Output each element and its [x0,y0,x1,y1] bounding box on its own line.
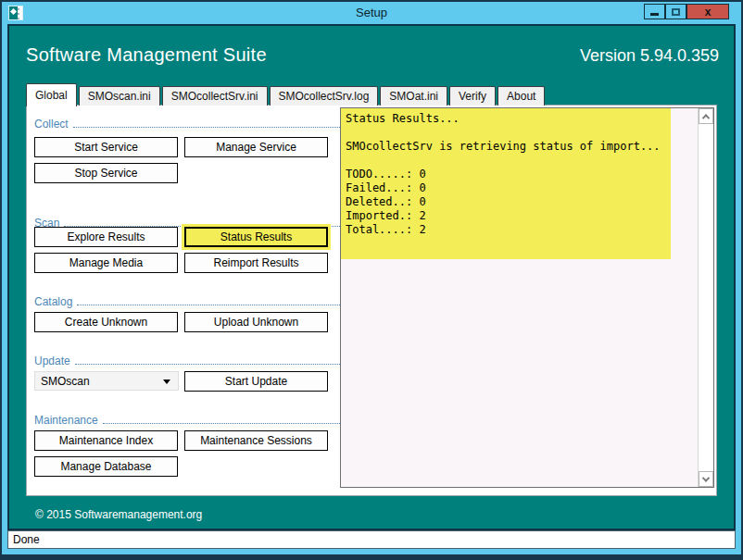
client-area: Software Management Suite Version 5.94.0… [7,24,736,530]
start-service-button[interactable]: Start Service [34,137,178,157]
maintenance-index-button[interactable]: Maintenance Index [34,430,178,451]
reimport-results-button[interactable]: Reimport Results [184,253,328,273]
group-rule [77,297,340,305]
status-output-text: Status Results... SMOcollectSrv is retri… [346,112,661,237]
group-label-collect: Collect [34,118,69,131]
upload-unknown-button[interactable]: Upload Unknown [184,312,328,332]
status-bar: Done [7,530,736,549]
combo-arrow-icon [163,380,170,384]
maximize-button[interactable] [665,4,686,19]
status-bar-text: Done [13,533,40,546]
version-label: Version 5.94.0.359 [580,46,719,66]
minimize-button[interactable] [644,4,665,19]
tab-smocollectsrv-ini[interactable]: SMOcollectSrv.ini [162,86,268,106]
stop-service-button[interactable]: Stop Service [34,163,178,183]
manage-database-button[interactable]: Manage Database [34,456,178,477]
tab-smocollectsrv-log[interactable]: SMOcollectSrv.log [270,86,379,106]
tab-global[interactable]: Global [26,83,77,106]
copyright-text: © 2015 Softwaremanagement.org [35,508,202,521]
update-target-dropdown[interactable]: SMOscan [34,371,179,391]
minimize-icon [650,13,659,16]
tab-page-global: Collect Start Service Manage Service Sto… [26,105,717,496]
create-unknown-button[interactable]: Create Unknown [34,312,178,332]
scroll-down-icon [702,474,710,481]
tab-strip: Global SMOscan.ini SMOcollectSrv.ini SMO… [26,82,545,106]
close-icon: x [705,6,712,18]
explore-results-button[interactable]: Explore Results [34,227,178,247]
titlebar: Setup x [2,2,741,24]
group-rule [64,218,340,227]
group-rule [75,356,340,365]
tab-smoat-ini[interactable]: SMOat.ini [380,86,447,106]
group-label-maintenance: Maintenance [34,414,98,427]
group-header-maintenance: Maintenance [34,414,340,427]
maximize-icon [672,8,680,16]
window-frame: Setup x Software Management Suite Versio… [2,2,741,554]
scroll-up-button[interactable] [699,108,713,124]
group-header-collect: Collect [34,118,340,131]
group-rule [103,416,340,424]
maintenance-sessions-button[interactable]: Maintenance Sessions [184,430,328,451]
page-title: Software Management Suite [26,44,267,66]
manage-media-button[interactable]: Manage Media [34,253,178,273]
tab-verify[interactable]: Verify [449,86,496,106]
group-label-catalog: Catalog [34,295,72,308]
window-title: Setup [2,6,741,19]
group-header-update: Update [34,355,340,367]
close-button[interactable]: x [686,4,729,19]
status-results-button[interactable]: Status Results [184,227,328,247]
group-rule [73,119,340,128]
start-update-button[interactable]: Start Update [184,371,328,392]
vertical-scrollbar[interactable] [698,108,713,487]
group-label-update: Update [34,355,70,367]
status-output-textbox[interactable]: Status Results... SMOcollectSrv is retri… [340,107,714,488]
window-controls: x [644,4,729,19]
group-header-catalog: Catalog [34,295,340,308]
tab-about[interactable]: About [497,86,545,106]
update-target-value: SMOscan [41,375,90,388]
tab-smoscan-ini[interactable]: SMOscan.ini [79,86,160,106]
scroll-down-button[interactable] [699,471,713,487]
manage-service-button[interactable]: Manage Service [184,137,328,157]
scroll-up-icon [702,114,710,121]
